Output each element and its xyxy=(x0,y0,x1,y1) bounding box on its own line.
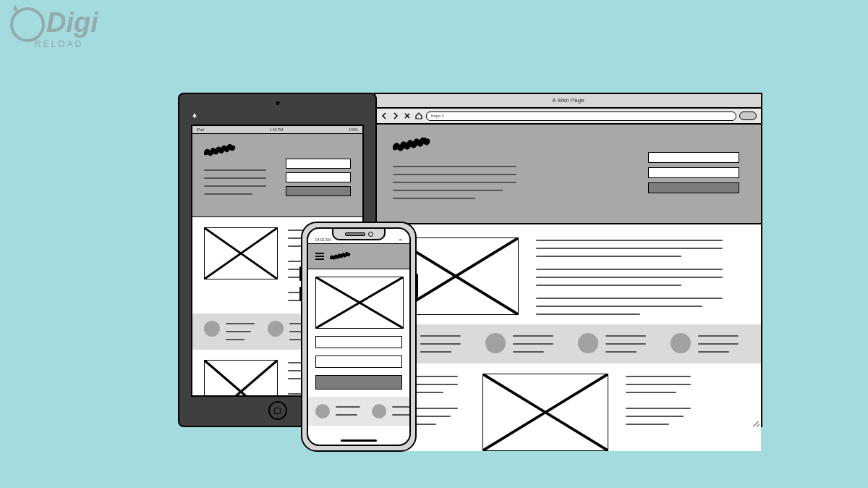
feature-text-1 xyxy=(536,237,744,259)
phone-input-1[interactable] xyxy=(315,336,402,348)
phone-time: 04:02 AM xyxy=(315,237,331,242)
browser-window: A Web Page https:// xyxy=(374,93,762,427)
avatar-text xyxy=(336,404,363,418)
phone-screen: 04:02 AM ••• xyxy=(307,227,411,446)
camera-icon xyxy=(368,232,373,237)
browser-feature-row xyxy=(375,224,761,324)
browser-bottom-row xyxy=(375,363,761,451)
brand-watermark: Digi RELOAD xyxy=(10,7,98,49)
tablet-time: 1:43 PM xyxy=(270,126,284,133)
tablet-os-icon xyxy=(190,110,200,120)
phone-avatar-row xyxy=(308,397,409,426)
avatar-icon xyxy=(268,321,284,337)
phone-device: 04:02 AM ••• xyxy=(301,222,417,452)
avatar-icon xyxy=(671,333,691,353)
hero-submit-button[interactable] xyxy=(286,186,351,196)
hero-paragraph xyxy=(393,164,530,201)
tablet-battery: 100% xyxy=(349,126,358,133)
brand-name: Digi xyxy=(46,7,98,38)
avatar-text xyxy=(698,333,743,355)
tablet-carrier: iPad xyxy=(197,126,204,133)
avatar-icon xyxy=(372,404,386,418)
avatar-text xyxy=(392,404,411,418)
feature-image xyxy=(204,227,278,279)
browser-toolbar: https:// xyxy=(375,109,761,125)
phone-power-button[interactable] xyxy=(416,274,418,298)
url-bar[interactable]: https:// xyxy=(426,112,736,121)
bottom-image xyxy=(204,360,278,397)
browser-titlebar: A Web Page xyxy=(375,94,761,109)
phone-notch xyxy=(332,229,386,240)
brand-icon xyxy=(10,7,45,42)
avatar-icon xyxy=(315,404,330,418)
nav-back-icon[interactable] xyxy=(380,112,388,120)
browser-avatar-row xyxy=(375,324,761,363)
hero-input-2[interactable] xyxy=(286,172,351,182)
phone-signal: ••• xyxy=(399,237,402,242)
phone-volume-down[interactable] xyxy=(299,287,302,301)
logo-scribble xyxy=(204,144,242,157)
toolbar-toggle[interactable] xyxy=(739,112,757,120)
phone-hero xyxy=(308,243,409,269)
phone-input-2[interactable] xyxy=(315,356,402,368)
hero-paragraph xyxy=(204,167,273,197)
feature-text-3 xyxy=(536,295,744,317)
avatar-text xyxy=(605,333,650,355)
logo-scribble xyxy=(393,138,438,152)
feature-text-2 xyxy=(536,266,744,288)
tablet-status-bar: iPad 1:43 PM 100% xyxy=(192,126,362,134)
phone-body xyxy=(308,269,409,397)
hero-input-1[interactable] xyxy=(286,159,351,169)
bottom-image xyxy=(482,374,608,451)
browser-hero xyxy=(375,125,761,224)
feature-image xyxy=(315,277,404,329)
phone-submit-button[interactable] xyxy=(315,375,402,390)
hamburger-icon[interactable] xyxy=(315,253,324,260)
avatar-icon xyxy=(485,333,506,353)
resize-handle-icon[interactable] xyxy=(752,418,760,426)
nav-close-icon[interactable] xyxy=(403,112,412,120)
hero-form xyxy=(648,152,739,193)
bottom-text-right xyxy=(626,374,698,427)
tablet-camera-icon xyxy=(276,101,279,105)
hero-submit-button[interactable] xyxy=(648,182,739,193)
nav-forward-icon[interactable] xyxy=(391,112,400,120)
hero-input-2[interactable] xyxy=(648,167,739,178)
tablet-home-button[interactable] xyxy=(268,401,287,420)
phone-volume-up[interactable] xyxy=(299,266,302,281)
avatar-icon xyxy=(578,333,598,353)
phone-home-indicator[interactable] xyxy=(341,439,377,442)
avatar-text xyxy=(420,333,465,355)
hero-input-1[interactable] xyxy=(648,152,739,163)
avatar-text xyxy=(226,321,258,342)
avatar-text xyxy=(513,333,558,355)
logo-scribble xyxy=(330,251,354,261)
speaker-icon xyxy=(345,232,365,236)
avatar-icon xyxy=(204,321,220,337)
nav-home-icon[interactable] xyxy=(414,112,423,120)
hero-form xyxy=(286,159,351,196)
tablet-hero xyxy=(192,134,362,217)
